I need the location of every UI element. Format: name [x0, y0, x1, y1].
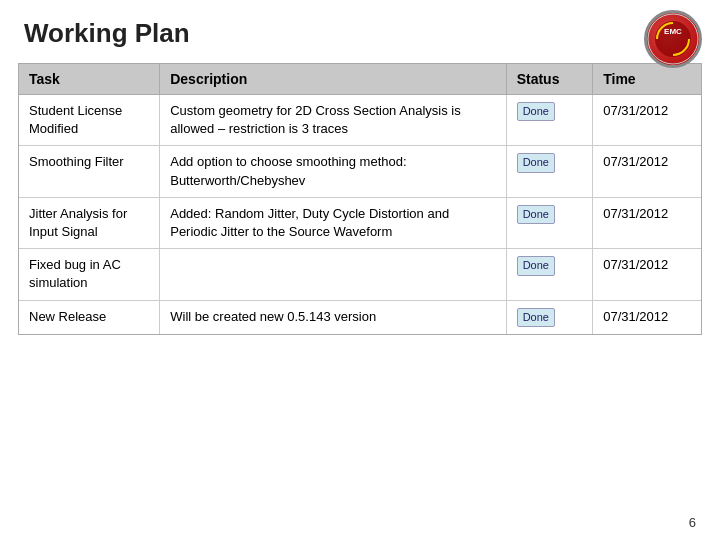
header-task: Task: [19, 64, 160, 95]
cell-description: Added: Random Jitter, Duty Cycle Distort…: [160, 197, 506, 248]
page-number: 6: [689, 515, 696, 530]
cell-description: Will be created new 0.5.143 version: [160, 300, 506, 334]
cell-status: Done: [506, 197, 593, 248]
cell-status: Done: [506, 249, 593, 300]
header-time: Time: [593, 64, 701, 95]
table-row: Fixed bug in AC simulationDone07/31/2012: [19, 249, 701, 300]
header-status: Status: [506, 64, 593, 95]
svg-text:EMC: EMC: [664, 27, 682, 36]
table-row: Student License ModifiedCustom geometry …: [19, 95, 701, 146]
cell-status: Done: [506, 146, 593, 197]
cell-time: 07/31/2012: [593, 300, 701, 334]
cell-task: Student License Modified: [19, 95, 160, 146]
status-badge: Done: [517, 153, 555, 172]
table-row: Smoothing FilterAdd option to choose smo…: [19, 146, 701, 197]
logo: EMC: [644, 10, 702, 68]
status-badge: Done: [517, 102, 555, 121]
cell-time: 07/31/2012: [593, 95, 701, 146]
cell-task: Fixed bug in AC simulation: [19, 249, 160, 300]
cell-task: New Release: [19, 300, 160, 334]
cell-task: Jitter Analysis for Input Signal: [19, 197, 160, 248]
cell-description: [160, 249, 506, 300]
cell-time: 07/31/2012: [593, 197, 701, 248]
table-row: Jitter Analysis for Input SignalAdded: R…: [19, 197, 701, 248]
cell-status: Done: [506, 300, 593, 334]
table-header-row: Task Description Status Time: [19, 64, 701, 95]
cell-description: Add option to choose smoothing method: B…: [160, 146, 506, 197]
cell-time: 07/31/2012: [593, 249, 701, 300]
cell-status: Done: [506, 95, 593, 146]
page-title: Working Plan: [0, 0, 720, 59]
table-row: New ReleaseWill be created new 0.5.143 v…: [19, 300, 701, 334]
working-plan-table: Task Description Status Time Student Lic…: [18, 63, 702, 335]
status-badge: Done: [517, 308, 555, 327]
status-badge: Done: [517, 256, 555, 275]
status-badge: Done: [517, 205, 555, 224]
cell-time: 07/31/2012: [593, 146, 701, 197]
cell-task: Smoothing Filter: [19, 146, 160, 197]
cell-description: Custom geometry for 2D Cross Section Ana…: [160, 95, 506, 146]
header-description: Description: [160, 64, 506, 95]
